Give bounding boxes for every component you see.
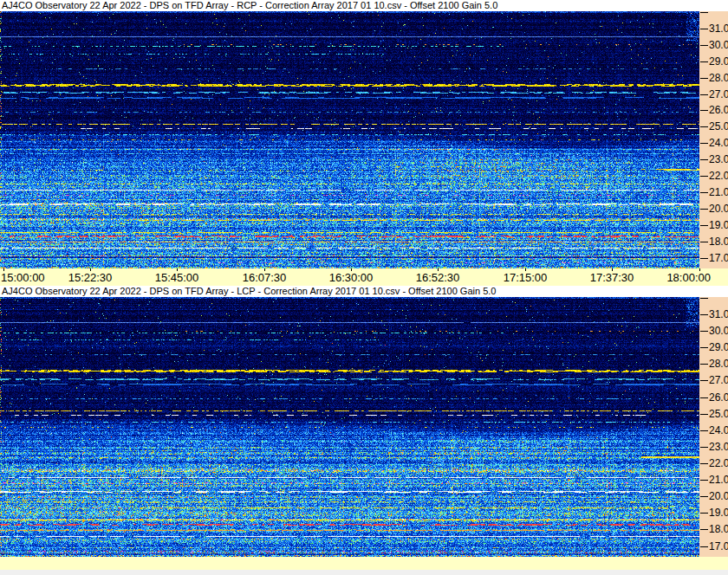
time-tick-label: 15:22:30	[68, 272, 113, 283]
freq-tick	[700, 480, 708, 481]
spectrogram-rcp[interactable]	[0, 11, 699, 268]
freq-tick	[700, 529, 708, 530]
freq-tick	[700, 209, 708, 210]
freq-tick	[700, 126, 708, 127]
panel-row-lcp: 31.030.029.028.027.026.025.024.023.022.0…	[0, 297, 728, 557]
freq-tick	[700, 430, 708, 431]
freq-tick	[700, 94, 708, 95]
freq-tick-label: 29.0	[709, 56, 728, 67]
freq-tick	[700, 314, 708, 315]
freq-tick-label: 28.0	[709, 73, 728, 83]
freq-tick	[700, 546, 708, 547]
freq-tick-label: 31.0	[709, 23, 728, 34]
time-tick-label: 16:52:30	[416, 272, 460, 283]
time-tick-label: 15:00:00	[1, 272, 45, 283]
time-axis-bottom-cropped	[0, 557, 728, 570]
freq-tick-label: 26.0	[709, 392, 728, 403]
freq-axis-lcp: 31.030.029.028.027.026.025.024.023.022.0…	[699, 297, 728, 557]
freq-tick-label: 17.0	[709, 541, 728, 552]
freq-tick	[700, 513, 708, 514]
freq-tick	[700, 78, 708, 79]
freq-tick-label: 29.0	[709, 342, 728, 352]
freq-axis-rcp: 31.030.029.028.027.026.025.024.023.022.0…	[699, 11, 728, 268]
freq-tick	[700, 143, 708, 144]
time-tick-label: 18:00:00	[666, 272, 711, 283]
window-background-strip	[0, 570, 728, 575]
freq-tick-label: 18.0	[709, 236, 728, 247]
freq-tick-label: 17.0	[709, 253, 728, 263]
freq-tick	[700, 225, 708, 226]
panel-title-lcp: AJ4CO Observatory 22 Apr 2022 - DPS on T…	[0, 286, 728, 297]
spectrograph-window: AJ4CO Observatory 22 Apr 2022 - DPS on T…	[0, 0, 728, 575]
spectrogram-lcp[interactable]	[0, 297, 699, 557]
freq-tick	[700, 331, 708, 332]
time-tick-label: 17:15:00	[504, 272, 548, 283]
time-tick-label: 17:37:30	[590, 272, 634, 283]
time-axis: 15:00:0015:22:3015:45:0016:07:3016:30:00…	[0, 268, 728, 286]
panel-row-rcp: 31.030.029.028.027.026.025.024.023.022.0…	[0, 11, 728, 268]
freq-tick-label: 21.0	[709, 187, 728, 197]
time-tick-label: 16:07:30	[243, 272, 287, 283]
freq-tick	[700, 463, 708, 464]
freq-tick-label: 24.0	[709, 138, 728, 148]
time-tick-label: 15:45:00	[155, 272, 199, 283]
freq-tick	[700, 447, 708, 448]
freq-tick	[700, 380, 708, 381]
freq-tick-label: 22.0	[709, 171, 728, 181]
freq-tick	[700, 61, 708, 62]
freq-tick	[700, 496, 708, 497]
freq-tick-label: 31.0	[709, 309, 728, 320]
freq-tick-label: 23.0	[709, 154, 728, 165]
freq-tick-label: 24.0	[709, 425, 728, 436]
freq-tick-label: 27.0	[709, 375, 728, 385]
freq-tick-label: 27.0	[709, 89, 728, 100]
freq-tick	[700, 347, 708, 348]
freq-tick-label: 20.0	[709, 204, 728, 214]
freq-tick	[700, 192, 708, 193]
freq-tick	[700, 110, 708, 111]
freq-tick	[700, 414, 708, 415]
freq-tick-label: 23.0	[709, 442, 728, 452]
freq-tick-label: 20.0	[709, 491, 728, 501]
freq-tick-label: 25.0	[709, 409, 728, 419]
freq-tick	[700, 397, 708, 398]
freq-tick	[700, 12, 708, 13]
freq-tick-label: 30.0	[709, 40, 728, 50]
freq-tick	[700, 242, 708, 242]
panel-title-rcp: AJ4CO Observatory 22 Apr 2022 - DPS on T…	[0, 0, 728, 11]
freq-tick	[700, 364, 708, 365]
freq-tick	[700, 298, 708, 299]
freq-tick-label: 19.0	[709, 220, 728, 230]
freq-tick-label: 26.0	[709, 105, 728, 115]
freq-tick-label: 22.0	[709, 458, 728, 468]
freq-tick-label: 28.0	[709, 359, 728, 369]
freq-tick-label: 21.0	[709, 475, 728, 485]
time-tick-label: 16:30:00	[329, 272, 374, 283]
freq-tick-label: 30.0	[709, 326, 728, 336]
freq-tick	[700, 176, 708, 177]
freq-tick	[700, 159, 708, 160]
freq-tick-label: 19.0	[709, 507, 728, 518]
freq-tick	[700, 45, 708, 46]
freq-tick	[700, 29, 708, 29]
freq-tick-label: 25.0	[709, 121, 728, 132]
freq-tick-label: 18.0	[709, 524, 728, 534]
freq-tick	[700, 258, 708, 259]
